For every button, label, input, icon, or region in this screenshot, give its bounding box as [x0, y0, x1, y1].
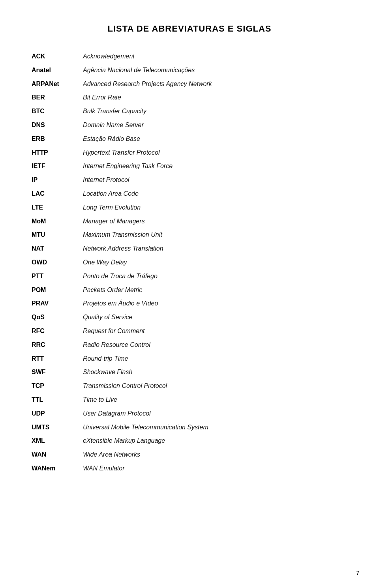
definition-cell: One Way Delay	[83, 256, 347, 270]
table-row: BTCBulk Transfer Capacity	[32, 105, 347, 118]
abbreviation-cell: Anatel	[32, 64, 83, 77]
abbreviation-cell: WAN	[32, 448, 83, 462]
definition-cell: Transmission Control Protocol	[83, 379, 347, 393]
table-row: LTELong Term Evolution	[32, 201, 347, 215]
definition-cell: WAN Emulator	[83, 462, 347, 476]
definition-cell: Bulk Transfer Capacity	[83, 105, 347, 118]
table-row: MTUMaximum Transmission Unit	[32, 228, 347, 242]
table-row: QoSQuality of Service	[32, 311, 347, 324]
table-row: WANWide Area Networks	[32, 448, 347, 462]
abbreviation-cell: BTC	[32, 105, 83, 118]
table-row: UDPUser Datagram Protocol	[32, 407, 347, 421]
definition-cell: Ponto de Troca de Tráfego	[83, 270, 347, 283]
definition-cell: Round-trip Time	[83, 352, 347, 366]
table-row: LACLocation Area Code	[32, 187, 347, 201]
table-row: NATNetwork Address Translation	[32, 242, 347, 256]
abbreviation-cell: BER	[32, 91, 83, 105]
page-title: LISTA DE ABREVIATURAS E SIGLAS	[32, 24, 347, 34]
abbreviation-cell: ARPANet	[32, 77, 83, 91]
page-number: 7	[356, 570, 359, 576]
abbreviation-cell: IP	[32, 173, 83, 187]
definition-cell: Internet Protocol	[83, 173, 347, 187]
definition-cell: Long Term Evolution	[83, 201, 347, 215]
definition-cell: Network Address Translation	[83, 242, 347, 256]
abbreviation-cell: OWD	[32, 256, 83, 270]
definition-cell: Estação Rádio Base	[83, 132, 347, 146]
definition-cell: Maximum Transmission Unit	[83, 228, 347, 242]
abbreviations-table: ACKAcknowledgementAnatelAgência Nacional…	[32, 50, 347, 476]
table-row: ARPANetAdvanced Research Projects Agency…	[32, 77, 347, 91]
table-row: RFCRequest for Comment	[32, 324, 347, 338]
abbreviation-cell: NAT	[32, 242, 83, 256]
definition-cell: Agência Nacional de Telecomunicações	[83, 64, 347, 77]
abbreviation-cell: LTE	[32, 201, 83, 215]
definition-cell: Shockwave Flash	[83, 365, 347, 379]
definition-cell: Advanced Research Projects Agency Networ…	[83, 77, 347, 91]
table-row: TTLTime to Live	[32, 393, 347, 407]
table-row: IETFInternet Engineering Task Force	[32, 159, 347, 173]
table-row: DNSDomain Name Server	[32, 118, 347, 132]
definition-cell: Bit Error Rate	[83, 91, 347, 105]
definition-cell: Request for Comment	[83, 324, 347, 338]
abbreviation-cell: IETF	[32, 159, 83, 173]
definition-cell: Projetos em Áudio e Vídeo	[83, 297, 347, 311]
definition-cell: Hypertext Transfer Protocol	[83, 146, 347, 160]
table-row: AnatelAgência Nacional de Telecomunicaçõ…	[32, 64, 347, 77]
definition-cell: eXtensible Markup Language	[83, 434, 347, 448]
table-row: XMLeXtensible Markup Language	[32, 434, 347, 448]
table-row: POMPackets Order Metric	[32, 283, 347, 297]
table-row: ACKAcknowledgement	[32, 50, 347, 64]
page: LISTA DE ABREVIATURAS E SIGLAS ACKAcknow…	[0, 0, 379, 588]
table-row: OWDOne Way Delay	[32, 256, 347, 270]
abbreviation-cell: HTTP	[32, 146, 83, 160]
abbreviation-cell: PRAV	[32, 297, 83, 311]
definition-cell: Acknowledgement	[83, 50, 347, 64]
abbreviation-cell: QoS	[32, 311, 83, 324]
table-row: WANemWAN Emulator	[32, 462, 347, 476]
abbreviation-cell: PTT	[32, 270, 83, 283]
table-row: UMTSUniversal Mobile Telecommunication S…	[32, 421, 347, 434]
table-row: HTTPHypertext Transfer Protocol	[32, 146, 347, 160]
abbreviation-cell: LAC	[32, 187, 83, 201]
table-row: PRAVProjetos em Áudio e Vídeo	[32, 297, 347, 311]
definition-cell: Time to Live	[83, 393, 347, 407]
table-row: BERBit Error Rate	[32, 91, 347, 105]
abbreviation-cell: UMTS	[32, 421, 83, 434]
abbreviation-cell: UDP	[32, 407, 83, 421]
abbreviation-cell: RFC	[32, 324, 83, 338]
definition-cell: Wide Area Networks	[83, 448, 347, 462]
abbreviation-cell: MTU	[32, 228, 83, 242]
definition-cell: Radio Resource Control	[83, 338, 347, 352]
abbreviation-cell: MoM	[32, 215, 83, 228]
definition-cell: Universal Mobile Telecommunication Syste…	[83, 421, 347, 434]
abbreviation-cell: WANem	[32, 462, 83, 476]
table-row: IPInternet Protocol	[32, 173, 347, 187]
abbreviation-cell: TCP	[32, 379, 83, 393]
definition-cell: Quality of Service	[83, 311, 347, 324]
abbreviation-cell: DNS	[32, 118, 83, 132]
table-row: RRCRadio Resource Control	[32, 338, 347, 352]
abbreviation-cell: SWF	[32, 365, 83, 379]
definition-cell: Domain Name Server	[83, 118, 347, 132]
abbreviation-cell: ERB	[32, 132, 83, 146]
definition-cell: Manager of Managers	[83, 215, 347, 228]
table-row: SWF Shockwave Flash	[32, 365, 347, 379]
definition-cell: Packets Order Metric	[83, 283, 347, 297]
definition-cell: Location Area Code	[83, 187, 347, 201]
table-row: MoMManager of Managers	[32, 215, 347, 228]
table-row: PTTPonto de Troca de Tráfego	[32, 270, 347, 283]
abbreviation-cell: RRC	[32, 338, 83, 352]
abbreviation-cell: POM	[32, 283, 83, 297]
abbreviation-cell: TTL	[32, 393, 83, 407]
table-row: RTTRound-trip Time	[32, 352, 347, 366]
definition-cell: Internet Engineering Task Force	[83, 159, 347, 173]
abbreviation-cell: XML	[32, 434, 83, 448]
abbreviation-cell: ACK	[32, 50, 83, 64]
table-row: ERBEstação Rádio Base	[32, 132, 347, 146]
definition-cell: User Datagram Protocol	[83, 407, 347, 421]
abbreviation-cell: RTT	[32, 352, 83, 366]
table-row: TCPTransmission Control Protocol	[32, 379, 347, 393]
